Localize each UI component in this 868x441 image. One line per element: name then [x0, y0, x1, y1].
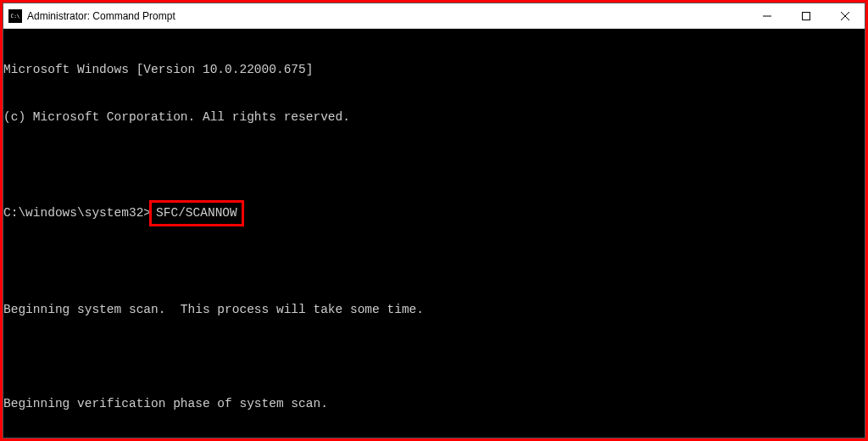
output-line: Microsoft Windows [Version 10.0.22000.67… — [3, 62, 865, 78]
output-line: Beginning verification phase of system s… — [3, 396, 865, 412]
titlebar[interactable]: Administrator: Command Prompt — [3, 3, 865, 29]
window-controls — [748, 3, 865, 28]
window-title: Administrator: Command Prompt — [27, 10, 748, 22]
close-button[interactable] — [826, 3, 865, 28]
output-line — [3, 156, 865, 172]
maximize-button[interactable] — [787, 3, 826, 28]
output-line: (c) Microsoft Corporation. All rights re… — [3, 109, 865, 126]
output-line — [3, 349, 865, 366]
command-line: C:\windows\system32>SFC/SCANNOW — [3, 204, 865, 224]
output-line: Beginning system scan. This process will… — [3, 302, 865, 318]
svg-rect-1 — [803, 12, 810, 20]
output-line — [3, 255, 865, 271]
command-text: SFC/SCANNOW — [156, 206, 237, 220]
terminal-output[interactable]: Microsoft Windows [Version 10.0.22000.67… — [3, 29, 865, 438]
prompt-text: C:\windows\system32> — [3, 205, 151, 221]
highlighted-command: SFC/SCANNOW — [149, 200, 244, 226]
minimize-button[interactable] — [748, 3, 787, 28]
cmd-icon — [8, 9, 22, 23]
command-prompt-window: Administrator: Command Prompt Microsoft … — [3, 3, 865, 438]
